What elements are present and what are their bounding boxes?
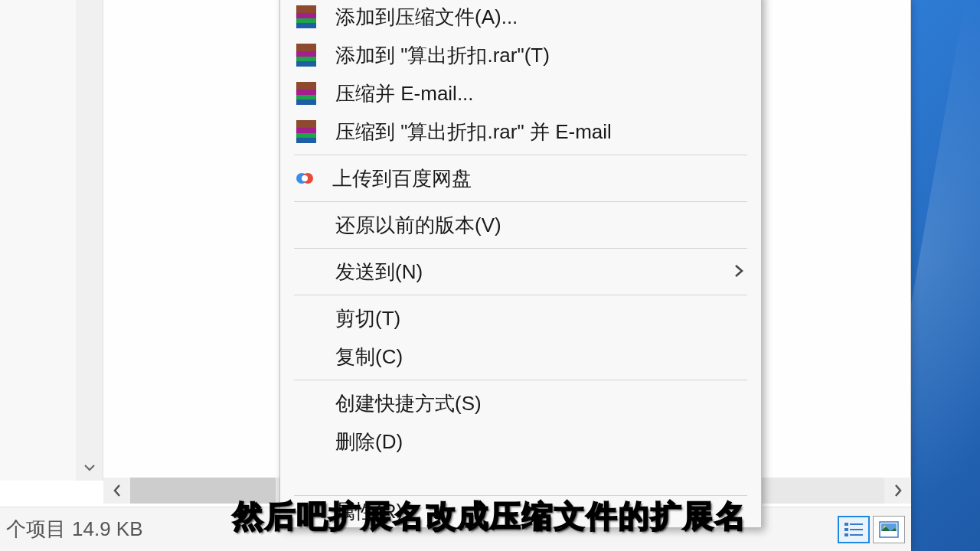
menu-copy[interactable]: 复制(C) (280, 337, 761, 376)
menu-baidu-upload[interactable]: 上传到百度网盘 (280, 159, 761, 197)
svg-point-11 (302, 175, 308, 181)
menu-separator (294, 380, 747, 380)
menu-label: 添加到压缩文件(A)... (335, 4, 747, 31)
scroll-left-button[interactable] (103, 478, 130, 504)
menu-delete[interactable]: 删除(D) (280, 422, 761, 461)
menu-restore-versions[interactable]: 还原以前的版本(V) (280, 206, 761, 244)
video-subtitle: 然后吧扩展名改成压缩文件的扩展名 (233, 495, 747, 537)
menu-add-archive[interactable]: 添加到压缩文件(A)... (280, 0, 761, 36)
scroll-right-button[interactable] (884, 478, 911, 504)
winrar-icon (294, 119, 318, 144)
menu-separator (294, 295, 747, 295)
menu-compress-email[interactable]: 压缩并 E-mail... (280, 74, 761, 112)
menu-compress-to-email[interactable]: 压缩到 "算出折扣.rar" 并 E-mail (280, 112, 761, 151)
menu-create-shortcut[interactable]: 创建快捷方式(S) (280, 384, 761, 422)
menu-label: 发送到(N) (335, 259, 733, 285)
menu-label: 复制(C) (335, 344, 747, 370)
winrar-icon (294, 43, 318, 67)
menu-add-to-rar[interactable]: 添加到 "算出折扣.rar"(T) (280, 36, 761, 74)
menu-label: 创建快捷方式(S) (335, 390, 747, 417)
menu-label: 删除(D) (335, 429, 747, 455)
scroll-down-button[interactable] (76, 454, 103, 481)
svg-rect-3 (850, 529, 863, 530)
baidu-pan-icon (294, 168, 315, 189)
svg-rect-5 (850, 534, 863, 536)
submenu-arrow-icon (733, 260, 744, 284)
menu-label: 压缩并 E-mail... (335, 80, 747, 107)
menu-separator (294, 201, 747, 202)
svg-rect-0 (844, 523, 848, 526)
menu-label: 还原以前的版本(V) (335, 212, 747, 239)
winrar-icon (294, 5, 318, 29)
menu-rename-partial[interactable] (280, 461, 761, 491)
menu-cut[interactable]: 剪切(T) (280, 299, 761, 337)
sidebar-panel (0, 0, 103, 481)
context-menu: 添加到压缩文件(A)... 添加到 "算出折扣.rar"(T) 压缩并 E-ma… (279, 0, 762, 528)
thumbnail-view-button[interactable] (873, 516, 905, 543)
menu-send-to[interactable]: 发送到(N) (280, 253, 761, 291)
svg-rect-2 (844, 528, 848, 531)
sidebar-scrollbar[interactable] (76, 0, 103, 481)
menu-label: 剪切(T) (335, 305, 747, 332)
status-size-label: 14.9 KB (72, 517, 143, 541)
svg-rect-1 (850, 523, 863, 525)
svg-rect-4 (844, 533, 848, 536)
menu-separator (294, 248, 747, 249)
menu-label: 压缩到 "算出折扣.rar" 并 E-mail (335, 119, 747, 145)
menu-separator (294, 155, 747, 155)
desktop-background (903, 0, 980, 551)
details-view-button[interactable] (838, 516, 870, 543)
menu-label: 添加到 "算出折扣.rar"(T) (335, 42, 747, 69)
status-items-label: 个项目 (6, 516, 66, 543)
view-mode-buttons (838, 516, 905, 543)
winrar-icon (294, 81, 318, 106)
menu-label: 上传到百度网盘 (332, 165, 747, 192)
